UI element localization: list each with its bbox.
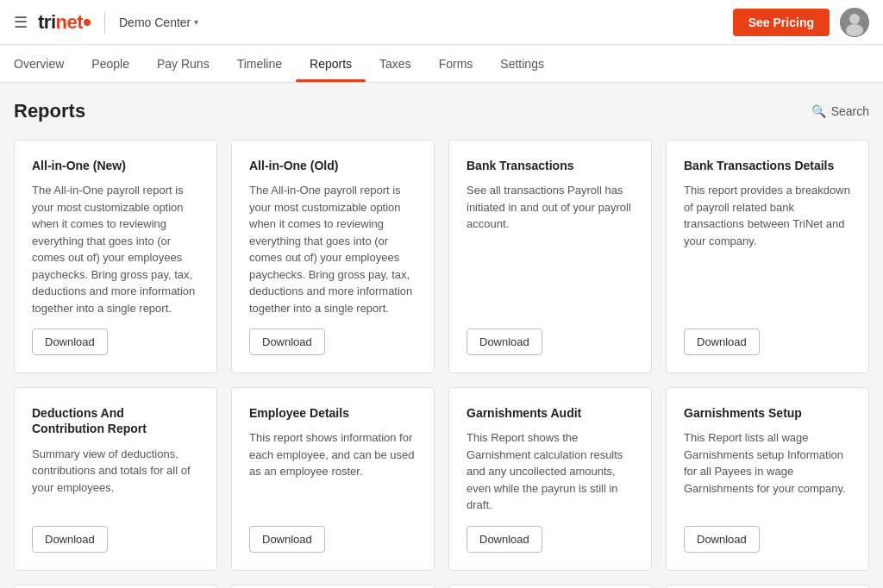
card-title-2: Bank Transactions xyxy=(467,158,634,173)
subnav-settings[interactable]: Settings xyxy=(486,47,558,81)
download-button-1[interactable]: Download xyxy=(249,328,325,355)
download-button-6[interactable]: Download xyxy=(467,526,542,553)
partial-card-0: History Summary xyxy=(14,585,217,588)
subnav-pay-runs[interactable]: Pay Runs xyxy=(143,47,223,81)
download-button-2[interactable]: Download xyxy=(467,328,542,355)
page-title: Reports xyxy=(14,100,85,122)
subnav-overview[interactable]: Overview xyxy=(14,47,78,81)
download-button-3[interactable]: Download xyxy=(684,328,760,355)
card-desc-2: See all transactions Payroll has initiat… xyxy=(467,182,634,316)
hamburger-menu[interactable]: ☰ xyxy=(14,13,28,32)
partial-card-2: Labor Distribution xyxy=(448,585,652,588)
report-card-0: All-in-One (New) The All-in-One payroll … xyxy=(14,140,217,373)
subnav-timeline[interactable]: Timeline xyxy=(223,47,296,81)
subnav-forms[interactable]: Forms xyxy=(425,47,487,81)
subnav-taxes[interactable]: Taxes xyxy=(366,47,425,81)
demo-center-dropdown[interactable]: Demo Center ▾ xyxy=(119,16,198,29)
report-card-2: Bank Transactions See all transactions P… xyxy=(448,140,652,373)
svg-point-1 xyxy=(849,14,860,24)
download-button-5[interactable]: Download xyxy=(249,526,325,553)
subnav-reports[interactable]: Reports xyxy=(296,47,366,81)
card-desc-7: This Report lists all wage Garnishments … xyxy=(684,429,851,514)
nav-right: See Pricing xyxy=(733,8,869,37)
card-desc-1: The All-in-One payroll report is your mo… xyxy=(249,182,416,316)
card-desc-4: Summary view of deductions, contribution… xyxy=(32,446,199,514)
card-desc-5: This report shows information for each e… xyxy=(249,429,416,514)
avatar[interactable] xyxy=(840,8,869,37)
card-title-4: Deductions And Contribution Report xyxy=(32,405,199,436)
sub-navigation: Overview People Pay Runs Timeline Report… xyxy=(0,45,883,83)
report-card-4: Deductions And Contribution Report Summa… xyxy=(14,387,217,571)
partial-card-3: Labor Distribution Detail xyxy=(666,585,869,588)
report-card-5: Employee Details This report shows infor… xyxy=(231,387,435,571)
download-button-7[interactable]: Download xyxy=(684,526,760,553)
card-title-6: Garnishments Audit xyxy=(467,405,634,421)
card-title-1: All-in-One (Old) xyxy=(249,158,416,173)
main-content: Reports 🔍 Search All-in-One (New) The Al… xyxy=(0,83,883,588)
nav-divider xyxy=(104,12,105,33)
chevron-down-icon: ▾ xyxy=(194,17,198,27)
card-title-7: Garnishments Setup xyxy=(684,405,851,421)
report-cards-partial: History SummaryIndividual EarningsLabor … xyxy=(14,585,869,588)
report-cards-row-1: All-in-One (New) The All-in-One payroll … xyxy=(14,140,869,373)
report-card-7: Garnishments Setup This Report lists all… xyxy=(666,387,869,571)
card-desc-0: The All-in-One payroll report is your mo… xyxy=(32,182,199,316)
report-card-1: All-in-One (Old) The All-in-One payroll … xyxy=(231,140,435,373)
download-button-0[interactable]: Download xyxy=(32,328,108,355)
demo-center-label: Demo Center xyxy=(119,16,191,29)
nav-left: ☰ trinet Demo Center ▾ xyxy=(14,11,198,34)
card-desc-6: This Report shows the Garnishment calcul… xyxy=(467,429,634,514)
logo-dot xyxy=(84,19,91,26)
see-pricing-button[interactable]: See Pricing xyxy=(733,9,830,36)
page-header: Reports 🔍 Search xyxy=(14,100,869,122)
top-navigation: ☰ trinet Demo Center ▾ See Pricing xyxy=(0,0,883,45)
search-icon: 🔍 xyxy=(811,104,826,118)
report-card-6: Garnishments Audit This Report shows the… xyxy=(448,387,652,571)
search-area[interactable]: 🔍 Search xyxy=(811,104,869,118)
report-cards-row-2: Deductions And Contribution Report Summa… xyxy=(14,387,869,571)
svg-point-2 xyxy=(846,24,863,36)
partial-card-1: Individual Earnings xyxy=(231,585,435,588)
report-card-3: Bank Transactions Details This report pr… xyxy=(666,140,869,373)
download-button-4[interactable]: Download xyxy=(32,526,108,553)
card-desc-3: This report provides a breakdown of payr… xyxy=(684,182,851,316)
card-title-0: All-in-One (New) xyxy=(32,158,199,173)
subnav-people[interactable]: People xyxy=(78,47,143,81)
card-title-3: Bank Transactions Details xyxy=(684,158,851,173)
search-label: Search xyxy=(831,104,869,118)
logo: trinet xyxy=(38,11,91,34)
card-title-5: Employee Details xyxy=(249,405,416,421)
